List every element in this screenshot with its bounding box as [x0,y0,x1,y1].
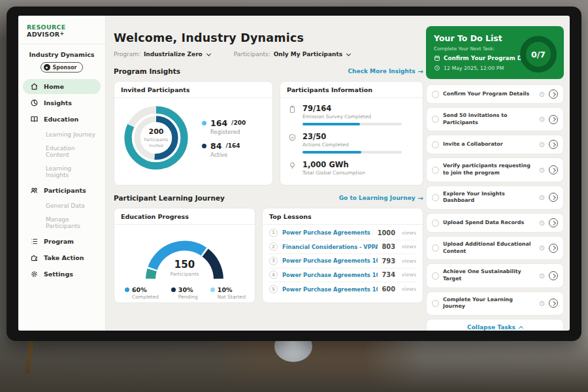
lesson-row: 5 Power Purchase Agreements 103 600 view… [269,282,416,297]
sidebar-item-learning-journey[interactable]: Learning Journey [23,128,101,141]
sidebar-item-learning-insights[interactable]: Learning Insights [23,162,101,182]
chevron-right-button[interactable] [549,218,558,227]
task-checkbox[interactable] [432,167,439,174]
arrow-right-icon: → [418,68,423,75]
task-upload-spend-data[interactable]: Upload Spend Data Records [426,213,564,233]
task-label: Upload Additional Educational Content [443,241,535,255]
sponsor-badge[interactable]: Sponsor [41,62,84,73]
participants-dropdown[interactable]: Participants: Only My Participants [234,51,350,57]
chevron-right-button[interactable] [549,165,558,174]
task-checkbox[interactable] [432,194,439,201]
chevron-right-button[interactable] [549,115,558,124]
chevron-right-button[interactable] [549,140,558,149]
sidebar-item-home[interactable]: Home [23,79,101,94]
card-title: Education Progress [114,208,255,225]
progress-bar-fill [302,151,361,154]
legend-label: Pending [178,294,198,300]
invited-participants-card: Invited Participants 200 Participants In… [114,81,273,186]
sidebar-item-label: Insights [44,99,72,106]
chevron-right-button[interactable] [549,193,558,202]
participants-icon [30,186,39,195]
learning-journey-header: Participant Learning Journey Go to Learn… [114,194,423,202]
legend-pending: 30% Pending [171,286,198,300]
sidebar-item-settings[interactable]: Settings [23,267,101,282]
donut-rings: 200 Participants Invited [120,101,193,174]
insights-cards-row: Invited Participants 200 Participants In… [114,81,423,186]
sidebar-item-insights[interactable]: Insights [23,95,101,110]
legend-label: Active [210,152,246,158]
chevron-right-button[interactable] [549,271,558,280]
sidebar-item-education-content[interactable]: Education Content [23,142,101,161]
stat-value: 79/164 [302,104,402,113]
task-checkbox[interactable] [432,116,439,123]
task-explore-insights[interactable]: Explore Your Insights Dashboard [426,186,564,210]
lesson-rank: 2 [269,242,278,251]
lesson-link[interactable]: Power Purchase Agreements 103 [282,286,378,293]
task-invite-collaborator[interactable]: Invite a Collaborator [426,135,564,154]
gauge-center: 150 Participants [114,259,255,277]
legend-active: 84/164 Active [202,141,246,158]
task-upload-educational-content[interactable]: Upload Additional Educational Content [426,236,564,260]
clock-icon [434,65,440,71]
lesson-row: 3 Power Purchase Agreements 101 793 view… [269,254,416,269]
clock-icon [539,142,545,148]
lesson-rank: 4 [269,270,278,279]
calendar-icon [434,55,440,61]
chevron-right-button[interactable] [549,90,558,99]
learning-cards-row: Education Progress 150 Participants 60% … [114,208,423,303]
lesson-views: 600 [382,286,395,293]
task-label: Achieve One Sustainability Target [443,269,535,282]
sidebar-item-general-data[interactable]: General Data [23,199,101,212]
legend-registered: 164/200 Registered [202,118,246,135]
monitor-bezel: RESOURCE ADVISOR+ Industry Dynamics Spon… [7,7,581,341]
donut-chart: 200 Participants Invited 164/200 Registe… [114,98,272,174]
task-confirm-program[interactable]: Confirm Your Program Details [426,84,564,104]
views-suffix: views [402,258,416,264]
go-to-learning-journey-link[interactable]: Go to Learning Journey → [339,195,423,202]
sidebar-item-program[interactable]: Program [23,234,101,249]
task-achieve-target[interactable]: Achieve One Sustainability Target [426,263,564,287]
stat-actions-completed: 23/50 Actions Completed [288,132,415,154]
task-checkbox[interactable] [432,220,439,227]
lesson-link[interactable]: Financial Considerations - VPPAs [282,244,378,250]
legend-percent: 10% [218,286,233,293]
task-verify-participants[interactable]: Verify participants requesting to join t… [426,157,564,182]
lesson-link[interactable]: Power Purchase Agreements 102 [282,272,378,278]
lesson-views: 734 [382,271,395,278]
task-checkbox[interactable] [432,244,439,252]
clock-icon [539,245,545,251]
gauge-chart: 150 Participants 60% Completed 30% Pendi… [114,225,255,300]
task-checkbox[interactable] [432,272,439,280]
lesson-link[interactable]: Power Purchase Agreements 101 [282,257,378,264]
chevron-right-button[interactable] [549,299,558,308]
sidebar-item-manage-participants[interactable]: Manage Participants [23,213,101,233]
task-send-invitations[interactable]: Send 50 Invitations to Participants [426,107,564,131]
task-checkbox[interactable] [432,91,439,98]
task-checkbox[interactable] [432,141,439,148]
sidebar-item-label: Settings [44,270,73,278]
check-more-insights-link[interactable]: Check More Insights → [348,68,423,75]
legend-label: Not Started [218,294,246,300]
sponsor-badge-label: Sponsor [53,65,77,71]
views-suffix: views [402,286,416,292]
logo-plus: + [59,31,64,37]
stat-global-consumption: 1,000 GWh Total Global Consumption [288,160,415,176]
program-label: Program: [114,51,140,57]
lesson-views: 1000 [378,229,395,237]
program-dropdown[interactable]: Program: Industrialize Zero [114,51,210,57]
lesson-views: 803 [382,243,395,250]
collapse-tasks-link[interactable]: Collapse Tasks [426,319,564,331]
sidebar-item-participants[interactable]: Participants [23,183,101,198]
task-checkbox[interactable] [432,300,439,307]
task-complete-learning-journey[interactable]: Complete Your Learning Journey [426,291,564,316]
sidebar-item-take-action[interactable]: Take Action [23,250,101,265]
top-lessons-card: Top Lessons 1 Power Purchase Agreements … [262,208,423,303]
lesson-rank: 3 [269,257,278,265]
lesson-link[interactable]: Power Purchase Agreements 101 [282,229,373,236]
chevron-right-button[interactable] [549,244,558,253]
lesson-row: 2 Financial Considerations - VPPAs 803 v… [269,240,416,255]
participants-label: Participants: [234,51,270,57]
sidebar-item-education[interactable]: Education [23,112,101,127]
clock-icon [539,220,545,226]
lessons-list: 1 Power Purchase Agreements 101 1000 vie… [263,225,423,297]
